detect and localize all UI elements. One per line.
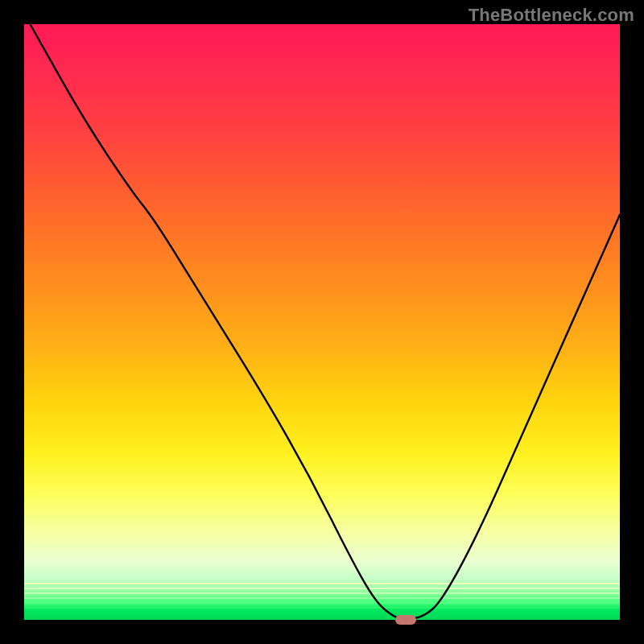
bottleneck-curve — [24, 24, 620, 620]
curve-path — [30, 24, 620, 619]
watermark-text: TheBottleneck.com — [469, 5, 634, 26]
plot-area — [24, 24, 620, 620]
minimum-marker — [395, 615, 416, 625]
chart-stage: TheBottleneck.com — [0, 0, 644, 644]
